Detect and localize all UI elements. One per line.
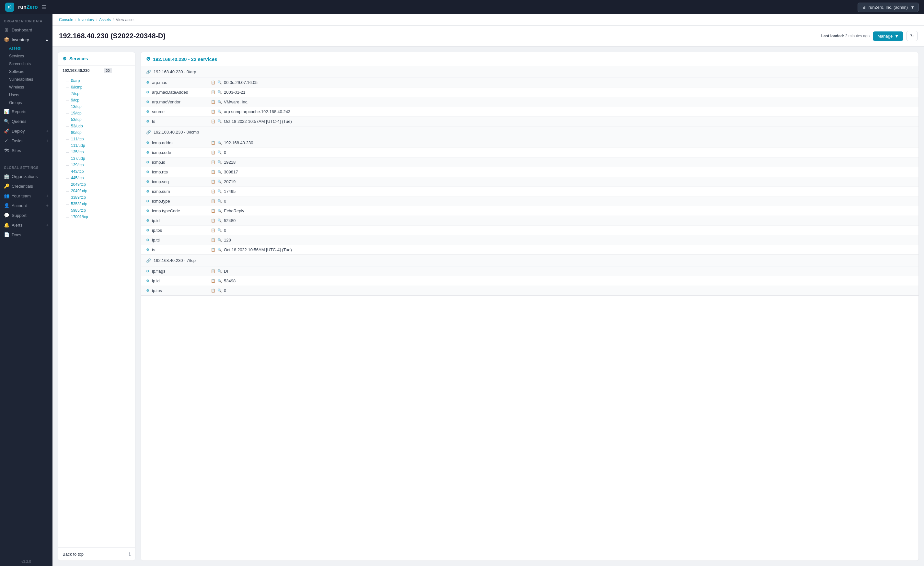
- copy-icon[interactable]: 📋: [211, 279, 216, 283]
- search-filter-icon[interactable]: 🔍: [218, 119, 222, 123]
- sidebar-item-assets[interactable]: Assets: [0, 44, 52, 52]
- sidebar-item-queries[interactable]: 🔍 Queries: [0, 116, 52, 126]
- search-filter-icon[interactable]: 🔍: [218, 160, 222, 164]
- copy-icon[interactable]: 📋: [211, 179, 216, 184]
- service-link-80-tcp[interactable]: 80/tcp: [58, 129, 135, 136]
- sidebar-item-groups[interactable]: Groups: [0, 99, 52, 107]
- copy-icon[interactable]: 📋: [211, 199, 216, 203]
- service-link-13-tcp[interactable]: 13/tcp: [58, 104, 135, 110]
- service-link-135-tcp[interactable]: 135/tcp: [58, 149, 135, 155]
- copy-icon[interactable]: 📋: [211, 218, 216, 223]
- service-link-111-tcp[interactable]: 111/tcp: [58, 136, 135, 142]
- breadcrumb-assets[interactable]: Assets: [99, 18, 111, 22]
- search-filter-icon[interactable]: 🔍: [218, 170, 222, 174]
- service-link-53-udp[interactable]: 53/udp: [58, 123, 135, 129]
- search-filter-icon[interactable]: 🔍: [218, 110, 222, 114]
- collapse-icon[interactable]: —: [126, 68, 130, 73]
- search-filter-icon[interactable]: 🔍: [218, 228, 222, 232]
- search-filter-icon[interactable]: 🔍: [218, 80, 222, 84]
- hamburger-icon[interactable]: ☰: [42, 4, 46, 11]
- sidebar-item-services[interactable]: Services: [0, 52, 52, 60]
- sidebar-item-deploy[interactable]: 🚀 Deploy +: [0, 126, 52, 136]
- copy-icon[interactable]: 📋: [211, 100, 216, 104]
- copy-icon[interactable]: 📋: [211, 80, 216, 84]
- refresh-button[interactable]: ↻: [906, 31, 918, 41]
- sidebar-item-reports[interactable]: 📊 Reports: [0, 107, 52, 116]
- copy-icon[interactable]: 📋: [211, 160, 216, 164]
- sidebar-item-tasks[interactable]: ✓ Tasks +: [0, 136, 52, 146]
- search-filter-icon[interactable]: 🔍: [218, 218, 222, 223]
- copy-icon[interactable]: 📋: [211, 90, 216, 94]
- sidebar-item-support[interactable]: 💬 Support: [0, 211, 52, 220]
- service-link-445-tcp[interactable]: 445/tcp: [58, 175, 135, 181]
- sidebar-item-dashboard[interactable]: ⊞ Dashboard: [0, 25, 52, 35]
- search-filter-icon[interactable]: 🔍: [218, 179, 222, 184]
- search-filter-icon[interactable]: 🔍: [218, 189, 222, 194]
- sidebar-item-credentials[interactable]: 🔑 Credentials: [0, 181, 52, 191]
- service-link-2049-tcp[interactable]: 2049/tcp: [58, 181, 135, 188]
- sidebar-item-organizations[interactable]: 🏢 Organizations: [0, 172, 52, 181]
- copy-icon[interactable]: 📋: [211, 269, 216, 273]
- sidebar-item-account[interactable]: 👤 Account +: [0, 201, 52, 211]
- service-link-7-tcp[interactable]: 7/tcp: [58, 90, 135, 97]
- copy-icon[interactable]: 📋: [211, 189, 216, 194]
- service-link-17001-tcp[interactable]: 17001/tcp: [58, 214, 135, 220]
- search-filter-icon[interactable]: 🔍: [218, 141, 222, 145]
- account-plus-icon[interactable]: +: [46, 203, 49, 208]
- sidebar-item-sites[interactable]: 🗺 Sites: [0, 146, 52, 155]
- service-link-3389-tcp[interactable]: 3389/tcp: [58, 194, 135, 201]
- copy-icon[interactable]: 📋: [211, 119, 216, 123]
- service-row-key: ⚙ arp.mac: [146, 80, 211, 85]
- service-link-5353-udp[interactable]: 5353/udp: [58, 201, 135, 207]
- service-link-19-tcp[interactable]: 19/tcp: [58, 110, 135, 116]
- sidebar-item-vulnerabilities[interactable]: Vulnerabilities: [0, 75, 52, 83]
- search-filter-icon[interactable]: 🔍: [218, 269, 222, 273]
- sidebar-item-software[interactable]: Software: [0, 68, 52, 75]
- copy-icon[interactable]: 📋: [211, 141, 216, 145]
- sidebar-item-your-team[interactable]: 👥 Your team +: [0, 191, 52, 201]
- service-link-2049-udp[interactable]: 2049/udp: [58, 188, 135, 194]
- service-row: ⚙ icmp.id 📋 🔍 19218: [141, 158, 918, 167]
- search-filter-icon[interactable]: 🔍: [218, 238, 222, 242]
- copy-icon[interactable]: 📋: [211, 110, 216, 114]
- org-selector[interactable]: 🖥 runZero, Inc. (admin) ▼: [858, 3, 919, 12]
- search-filter-icon[interactable]: 🔍: [218, 279, 222, 283]
- service-link-0-arp[interactable]: 0/arp: [58, 77, 135, 84]
- search-filter-icon[interactable]: 🔍: [218, 100, 222, 104]
- copy-icon[interactable]: 📋: [211, 238, 216, 242]
- back-to-top-button[interactable]: Back to top ℹ: [58, 547, 135, 560]
- copy-icon[interactable]: 📋: [211, 170, 216, 174]
- sidebar-item-docs[interactable]: 📄 Docs: [0, 230, 52, 239]
- sidebar-item-inventory[interactable]: 📦 Inventory ▲: [0, 35, 52, 44]
- copy-icon[interactable]: 📋: [211, 289, 216, 293]
- service-link-443-tcp[interactable]: 443/tcp: [58, 168, 135, 175]
- deploy-plus-icon[interactable]: +: [46, 128, 49, 134]
- manage-button[interactable]: Manage ▼: [873, 32, 903, 41]
- alerts-plus-icon[interactable]: +: [46, 222, 49, 227]
- breadcrumb-inventory[interactable]: Inventory: [78, 18, 94, 22]
- tasks-plus-icon[interactable]: +: [46, 138, 49, 143]
- copy-icon[interactable]: 📋: [211, 151, 216, 155]
- copy-icon[interactable]: 📋: [211, 248, 216, 252]
- search-filter-icon[interactable]: 🔍: [218, 90, 222, 94]
- service-link-139-tcp[interactable]: 139/tcp: [58, 162, 135, 168]
- copy-icon[interactable]: 📋: [211, 228, 216, 232]
- sidebar-item-wireless[interactable]: Wireless: [0, 83, 52, 91]
- service-link-9-tcp[interactable]: 9/tcp: [58, 97, 135, 104]
- copy-icon[interactable]: 📋: [211, 209, 216, 213]
- search-filter-icon[interactable]: 🔍: [218, 248, 222, 252]
- service-link-53-tcp[interactable]: 53/tcp: [58, 116, 135, 123]
- service-link-0-icmp[interactable]: 0/icmp: [58, 84, 135, 90]
- search-filter-icon[interactable]: 🔍: [218, 209, 222, 213]
- search-filter-icon[interactable]: 🔍: [218, 199, 222, 203]
- search-filter-icon[interactable]: 🔍: [218, 151, 222, 155]
- sidebar-item-screenshots[interactable]: Screenshots: [0, 60, 52, 68]
- service-link-111-udp[interactable]: 111/udp: [58, 142, 135, 149]
- search-filter-icon[interactable]: 🔍: [218, 289, 222, 293]
- breadcrumb-console[interactable]: Console: [59, 18, 73, 22]
- your-team-plus-icon[interactable]: +: [46, 193, 49, 199]
- service-link-137-udp[interactable]: 137/udp: [58, 155, 135, 162]
- service-link-5985-tcp[interactable]: 5985/tcp: [58, 207, 135, 214]
- sidebar-item-users[interactable]: Users: [0, 91, 52, 99]
- sidebar-item-alerts[interactable]: 🔔 Alerts +: [0, 220, 52, 230]
